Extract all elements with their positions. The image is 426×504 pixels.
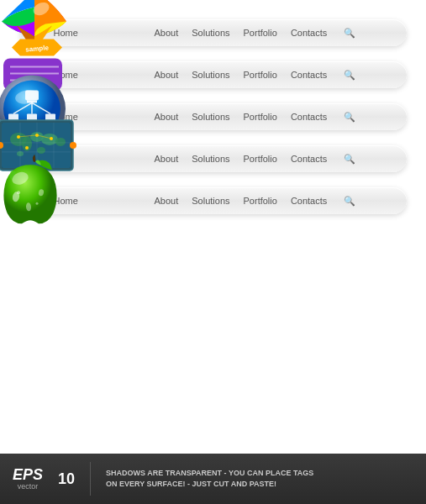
search-icon-1[interactable]: 🔍 <box>344 28 355 39</box>
svg-point-43 <box>70 142 76 149</box>
svg-point-29 <box>37 147 45 154</box>
nav-solutions-4[interactable]: Solutions <box>192 154 229 164</box>
search-icon-2[interactable]: 🔍 <box>344 70 355 81</box>
svg-rect-10 <box>25 90 39 100</box>
nav-about-3[interactable]: About <box>155 112 179 122</box>
divider <box>90 462 91 496</box>
nav-links-4: About Solutions Portfolio Contacts 🔍 <box>155 154 356 165</box>
svg-rect-11 <box>27 100 37 102</box>
nav-portfolio-5[interactable]: Portfolio <box>244 196 277 206</box>
svg-point-50 <box>17 191 20 194</box>
nav-contacts-1[interactable]: Contacts <box>291 28 327 38</box>
nav-about-1[interactable]: About <box>155 28 179 38</box>
search-icon-4[interactable]: 🔍 <box>344 154 355 165</box>
eps-label: EPS <box>13 467 43 482</box>
nav-links-2: About Solutions Portfolio Contacts 🔍 <box>155 70 356 81</box>
nav-contacts-2[interactable]: Contacts <box>291 70 327 80</box>
nav-solutions-2[interactable]: Solutions <box>192 70 229 80</box>
nav-section-5: Home About Solutions Portfolio Contacts … <box>20 187 407 214</box>
nav-contacts-4[interactable]: Contacts <box>291 154 327 164</box>
svg-point-28 <box>55 138 66 146</box>
nav-links-3: About Solutions Portfolio Contacts 🔍 <box>155 112 356 123</box>
vector-label: vector <box>18 482 39 491</box>
nav-bar-2: Home About Solutions Portfolio Contacts … <box>20 61 407 88</box>
eps-version: 10 <box>58 470 75 488</box>
svg-point-39 <box>25 146 29 150</box>
nav-contacts-3[interactable]: Contacts <box>291 112 327 122</box>
nav-section-4: About Solutions Portfolio Contacts 🔍 <box>20 145 407 172</box>
nav-about-5[interactable]: About <box>155 196 179 206</box>
nav-solutions-1[interactable]: Solutions <box>192 28 229 38</box>
nav-section-2: sample Home About Solutions Portfolio Co… <box>20 61 407 88</box>
search-icon-3[interactable]: 🔍 <box>344 112 355 123</box>
nav-contacts-5[interactable]: Contacts <box>291 196 327 206</box>
nav-portfolio-4[interactable]: Portfolio <box>244 154 277 164</box>
nav-solutions-3[interactable]: Solutions <box>192 112 229 122</box>
nav-portfolio-1[interactable]: Portfolio <box>244 28 277 38</box>
sections-wrapper: Home About Solutions Portfolio Contacts … <box>0 8 426 280</box>
desc-line-1: SHADOWS ARE TRANSPARENT - YOU CAN PLACE … <box>106 468 313 480</box>
nav-about-4[interactable]: About <box>155 154 179 164</box>
bottom-description: SHADOWS ARE TRANSPARENT - YOU CAN PLACE … <box>106 468 313 491</box>
svg-point-51 <box>35 202 38 205</box>
nav-links-1: About Solutions Portfolio Contacts 🔍 <box>155 28 356 39</box>
nav-links-5: About Solutions Portfolio Contacts 🔍 <box>155 196 356 207</box>
desc-line-2: ON EVERY SURFACE! - JUST CUT AND PASTE! <box>106 479 313 491</box>
nav-solutions-5[interactable]: Solutions <box>192 196 229 206</box>
logo-icon-5 <box>0 155 66 234</box>
nav-portfolio-3[interactable]: Portfolio <box>244 112 277 122</box>
nav-bar-5: Home About Solutions Portfolio Contacts … <box>20 187 407 214</box>
nav-about-2[interactable]: About <box>155 70 179 80</box>
main-container: Home About Solutions Portfolio Contacts … <box>0 0 426 504</box>
search-icon-5[interactable]: 🔍 <box>344 196 355 207</box>
bottom-bar: EPS vector 10 SHADOWS ARE TRANSPARENT - … <box>0 454 426 504</box>
svg-point-27 <box>41 134 58 145</box>
eps-badge: EPS vector <box>13 467 43 491</box>
nav-portfolio-2[interactable]: Portfolio <box>244 70 277 80</box>
nav-bar-1: Home About Solutions Portfolio Contacts … <box>20 19 407 46</box>
nav-section-1: Home About Solutions Portfolio Contacts … <box>20 19 407 46</box>
